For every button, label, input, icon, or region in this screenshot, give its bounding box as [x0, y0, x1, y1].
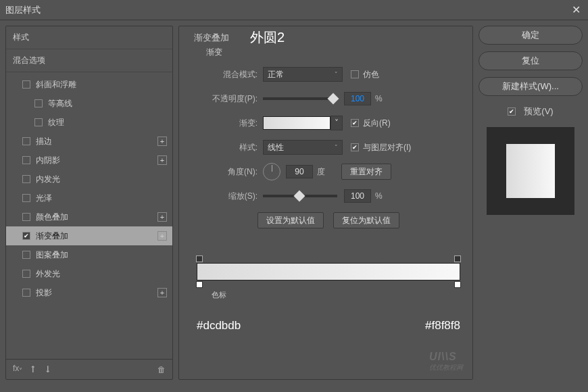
settings-panel: 渐变叠加 外圆2 渐变 混合模式: 正常˅ 仿色 不透明度(P): 100 % … [178, 26, 473, 380]
color-left-label: #dcdbdb [197, 319, 241, 333]
preview-label: 预览(V) [524, 105, 553, 118]
style-checkbox[interactable] [22, 270, 30, 278]
scale-row: 缩放(S): 100 % [197, 187, 460, 205]
style-item-11[interactable]: 投影+ [6, 283, 172, 302]
style-item-5[interactable]: 内发光 [6, 170, 172, 189]
gradient-dropdown-icon[interactable]: ˅ [330, 116, 343, 130]
add-effect-icon[interactable]: + [157, 155, 167, 165]
style-checkbox[interactable] [22, 80, 30, 89]
blend-mode-label: 混合模式: [197, 69, 258, 80]
style-label: 样式: [197, 142, 258, 153]
reverse-checkbox[interactable] [351, 119, 359, 127]
style-checkbox[interactable] [22, 289, 30, 297]
opacity-stop-right[interactable] [454, 255, 461, 262]
arrow-up-icon[interactable]: 🠕 [29, 365, 37, 374]
angle-value[interactable]: 90 [286, 165, 313, 178]
main: 样式 混合选项 斜面和浮雕等高线纹理描边+内阴影+内发光光泽颜色叠加+✔渐变叠加… [0, 20, 588, 385]
style-item-label: 颜色叠加 [36, 212, 68, 223]
ok-button[interactable]: 确定 [479, 26, 583, 45]
color-stop-right[interactable] [454, 281, 461, 288]
preview-swatch [506, 144, 555, 198]
opacity-stop-left[interactable] [196, 255, 203, 262]
style-item-2[interactable]: 纹理 [6, 113, 172, 132]
gradient-bar[interactable] [197, 263, 460, 280]
style-item-10[interactable]: 外发光 [6, 264, 172, 283]
angle-dial[interactable] [263, 163, 280, 180]
style-item-label: 内阴影 [36, 155, 60, 166]
style-checkbox[interactable] [22, 156, 30, 164]
color-stop-left[interactable] [196, 281, 203, 288]
style-item-6[interactable]: 光泽 [6, 189, 172, 207]
style-checkbox[interactable] [22, 213, 30, 221]
preview-box [487, 127, 574, 215]
dither-checkbox[interactable] [351, 70, 359, 78]
reset-default-button[interactable]: 复位为默认值 [333, 212, 399, 228]
style-item-4[interactable]: 内阴影+ [6, 151, 172, 170]
scale-label: 缩放(S): [197, 191, 258, 202]
angle-label: 角度(N): [197, 166, 258, 178]
blend-options-header[interactable]: 混合选项 [6, 49, 172, 72]
blend-mode-row: 混合模式: 正常˅ 仿色 [197, 66, 460, 83]
add-effect-icon[interactable]: + [157, 231, 167, 241]
annotation: 外圆2 [250, 28, 285, 47]
color-right-label: #f8f8f8 [425, 319, 460, 333]
style-item-3[interactable]: 描边+ [6, 132, 172, 151]
chevron-down-icon: ˅ [335, 71, 338, 78]
opacity-label: 不透明度(P): [197, 93, 258, 105]
trash-icon[interactable]: 🗑 [157, 365, 166, 374]
style-checkbox[interactable] [34, 118, 43, 126]
align-checkbox[interactable] [351, 143, 359, 151]
blend-mode-select[interactable]: 正常˅ [263, 67, 343, 82]
style-checkbox[interactable] [22, 137, 30, 145]
style-item-8[interactable]: ✔渐变叠加+ [6, 226, 172, 245]
style-item-label: 图案叠加 [36, 249, 68, 261]
align-label: 与图层对齐(I) [363, 142, 411, 153]
style-item-1[interactable]: 等高线 [6, 94, 172, 113]
gradient-label: 渐变: [197, 118, 258, 129]
style-checkbox[interactable]: ✔ [22, 232, 30, 240]
style-item-0[interactable]: 斜面和浮雕 [6, 75, 172, 94]
close-icon[interactable]: ✕ [569, 3, 583, 17]
left-panel: 样式 混合选项 斜面和浮雕等高线纹理描边+内阴影+内发光光泽颜色叠加+✔渐变叠加… [5, 26, 173, 380]
add-effect-icon[interactable]: + [157, 288, 167, 297]
opacity-value[interactable]: 100 [344, 92, 371, 105]
gradient-preview[interactable] [263, 116, 330, 130]
opacity-row: 不透明度(P): 100 % [197, 90, 460, 107]
titlebar: 图层样式 ✕ [0, 0, 588, 20]
left-footer: fx˅ 🠕 🠗 🗑 [6, 359, 172, 379]
scale-value[interactable]: 100 [344, 189, 371, 203]
set-default-button[interactable]: 设置为默认值 [258, 212, 324, 228]
watermark: UI\\S 优优教程网 [429, 351, 463, 372]
scale-slider[interactable] [263, 195, 337, 197]
arrow-down-icon[interactable]: 🠗 [44, 365, 52, 374]
style-checkbox[interactable] [22, 251, 30, 259]
style-item-label: 斜面和浮雕 [36, 79, 76, 91]
new-style-button[interactable]: 新建样式(W)... [479, 77, 583, 96]
style-checkbox[interactable] [22, 194, 30, 202]
add-effect-icon[interactable]: + [157, 212, 167, 222]
add-effect-icon[interactable]: + [157, 137, 167, 146]
styles-header[interactable]: 样式 [6, 26, 172, 49]
defaults-row: 设置为默认值 复位为默认值 [197, 212, 460, 229]
style-list: 斜面和浮雕等高线纹理描边+内阴影+内发光光泽颜色叠加+✔渐变叠加+图案叠加外发光… [6, 72, 172, 359]
style-select[interactable]: 线性˅ [263, 140, 343, 155]
style-item-7[interactable]: 颜色叠加+ [6, 207, 172, 226]
style-checkbox[interactable] [34, 99, 43, 107]
preview-row: 预览(V) [479, 105, 583, 118]
angle-row: 角度(N): 90 度 重置对齐 [197, 163, 460, 180]
style-item-9[interactable]: 图案叠加 [6, 245, 172, 264]
gradient-row: 渐变: ˅ 反向(R) [197, 114, 460, 132]
reset-align-button[interactable]: 重置对齐 [341, 164, 391, 180]
reset-button[interactable]: 复位 [479, 51, 583, 70]
style-item-label: 投影 [36, 287, 52, 299]
style-item-label: 等高线 [48, 98, 72, 109]
section-title: 渐变叠加 [194, 32, 229, 44]
style-item-label: 内发光 [36, 174, 60, 185]
style-item-label: 描边 [36, 136, 52, 147]
style-checkbox[interactable] [22, 175, 30, 183]
stops-label: 色标 [212, 290, 460, 300]
opacity-slider[interactable] [263, 97, 337, 100]
preview-checkbox[interactable] [508, 107, 516, 116]
fx-label[interactable]: fx˅ [13, 364, 22, 374]
window-title: 图层样式 [5, 4, 41, 16]
